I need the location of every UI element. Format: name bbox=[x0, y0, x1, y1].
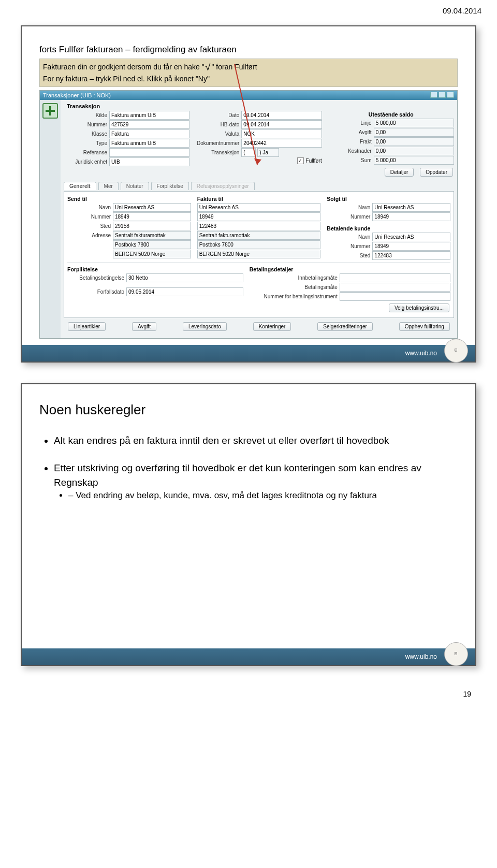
velg-betinstr-button[interactable]: Velg betalingsinstru... bbox=[389, 303, 449, 312]
sendtil-hdr: Send til bbox=[67, 196, 191, 202]
val-nummer[interactable]: 427529 bbox=[109, 120, 189, 129]
lbl-juridisk: Juridisk enhet bbox=[64, 159, 109, 165]
betkunde-sted[interactable]: 122483 bbox=[372, 251, 450, 260]
footer-url-2: www.uib.no bbox=[405, 653, 437, 660]
solgttil-nummer[interactable]: 18949 bbox=[372, 212, 450, 221]
fullfort-check[interactable]: ✓ Fullført bbox=[297, 157, 322, 164]
lbl-avgift: Avgift bbox=[328, 129, 374, 135]
slide-1: forts Fullfør fakturaen – ferdigmelding … bbox=[21, 25, 476, 363]
lbl-betmate: Betalingsmåte bbox=[250, 284, 340, 290]
val-kost: 0,00 bbox=[374, 147, 454, 155]
val-kilde[interactable]: Faktura annum UiB bbox=[109, 111, 189, 120]
check-icon: ✓ bbox=[297, 157, 304, 164]
val-type[interactable]: Faktura annum UiB bbox=[109, 139, 189, 148]
val-dato[interactable]: 09.04.2014 bbox=[241, 111, 321, 120]
btn-leveringsdato[interactable]: Leveringsdato bbox=[183, 322, 227, 331]
btn-opphev[interactable]: Opphev fullføring bbox=[399, 322, 450, 331]
tabs: Generelt Mer Notater Forpliktelse Refusj… bbox=[64, 182, 454, 190]
slide1-title: forts Fullfør fakturaen – ferdigmelding … bbox=[39, 41, 458, 55]
val-klasse[interactable]: Faktura bbox=[109, 129, 189, 138]
intro-band: Fakturaen din er godkjent dersom du får … bbox=[39, 59, 458, 87]
slide-footer-2: www.uib.no ⛨ bbox=[22, 648, 475, 665]
university-seal-icon: ⛨ bbox=[444, 339, 468, 363]
tab-panel: Send til NavnUni Research AS Nummer18949… bbox=[64, 191, 454, 318]
val-betinstr[interactable] bbox=[340, 292, 450, 301]
val-doknr[interactable]: 20402442 bbox=[241, 139, 321, 148]
val-innbet[interactable] bbox=[340, 273, 450, 282]
intro-line2: For ny faktura – trykk Pil ned el. Klikk… bbox=[43, 75, 210, 83]
app-title: Transaksjoner (UIB : NOK) bbox=[43, 92, 111, 98]
lbl-betinstr: Nummer for betalingsinstrument bbox=[250, 294, 340, 299]
val-forfall[interactable]: 09.05.2014 bbox=[126, 287, 243, 296]
tab-mer[interactable]: Mer bbox=[98, 182, 119, 190]
window-buttons[interactable] bbox=[429, 92, 454, 99]
tab-notater[interactable]: Notater bbox=[121, 182, 149, 190]
col-mid: Dato09.04.2014 HB-dato09.04.2014 ValutaN… bbox=[196, 110, 321, 179]
lbl-innbet: Innbetalingsmåte bbox=[250, 275, 340, 281]
fakturatil-navn[interactable]: Uni Research AS bbox=[197, 203, 321, 212]
checkmark-icon: √ bbox=[204, 62, 212, 73]
sendtil-adr3: BERGEN 5020 Norge bbox=[113, 250, 191, 258]
lbl-sum: Sum bbox=[328, 157, 374, 163]
fakturatil-sted[interactable]: 122483 bbox=[197, 222, 321, 230]
val-betbet[interactable]: 30 Netto bbox=[126, 273, 243, 282]
section-transaksjon: Transaksjon bbox=[67, 103, 454, 109]
page-date: 09.04.2014 bbox=[0, 0, 497, 15]
forplikt-hdr: Forpliktelse bbox=[67, 266, 243, 272]
lbl-dato: Dato bbox=[196, 112, 241, 118]
app-sidebar bbox=[40, 100, 61, 338]
fakturatil-adr2: Postboks 7800 bbox=[197, 240, 321, 249]
lbl-hbdato: HB-dato bbox=[196, 122, 241, 127]
tab-refusjon[interactable]: Refusjonsopplysninger bbox=[191, 182, 255, 190]
btn-linjeartikler[interactable]: Linjeartikler bbox=[68, 322, 106, 331]
val-juridisk[interactable]: UIB bbox=[109, 157, 189, 166]
fakturatil-adr3: BERGEN 5020 Norge bbox=[197, 250, 321, 258]
intro-line1a: Fakturaen din er godkjent dersom du får … bbox=[43, 63, 204, 71]
tab-generelt[interactable]: Generelt bbox=[64, 182, 96, 190]
val-avgift: 0,00 bbox=[374, 128, 454, 137]
btn-avgift[interactable]: Avgift bbox=[132, 322, 156, 331]
bullet-1: Alt kan endres på en faktura inntil den … bbox=[54, 433, 458, 448]
sendtil-adr2: Postboks 7800 bbox=[113, 240, 191, 249]
lbl-kost: Kostnader bbox=[328, 148, 374, 154]
detaljer-button[interactable]: Detaljer bbox=[385, 168, 414, 177]
sendtil-navn[interactable]: Uni Research AS bbox=[113, 203, 191, 212]
oppdater-button[interactable]: Oppdater bbox=[420, 168, 453, 177]
lbl-linje: Linje bbox=[328, 120, 374, 126]
val-betmate[interactable] bbox=[340, 283, 450, 292]
betdet-hdr: Betalingsdetaljer bbox=[250, 266, 450, 272]
sendtil-nummer[interactable]: 18949 bbox=[113, 212, 191, 221]
fakturatil-nummer[interactable]: 18949 bbox=[197, 212, 321, 221]
new-icon[interactable] bbox=[42, 103, 58, 119]
btn-konteringer[interactable]: Konteringer bbox=[253, 322, 291, 331]
university-seal-icon-2: ⛨ bbox=[444, 642, 468, 666]
bullets: Alt kan endres på en faktura inntil den … bbox=[39, 433, 458, 502]
sendtil-adr1: Sentralt fakturamottak bbox=[113, 231, 191, 240]
betkunde-hdr: Betalende kunde bbox=[327, 225, 450, 232]
lbl-type: Type bbox=[64, 140, 109, 146]
val-trans-ja: ) Ja bbox=[257, 148, 279, 157]
lbl-referanse: Referanse bbox=[64, 150, 109, 155]
betkunde-navn[interactable]: Uni Research AS bbox=[372, 233, 450, 241]
sendtil-sted[interactable]: 29158 bbox=[113, 222, 191, 230]
val-trans-open[interactable]: ( bbox=[241, 148, 256, 157]
val-hbdato[interactable]: 09.04.2014 bbox=[241, 120, 321, 129]
solgttil-navn[interactable]: Uni Research AS bbox=[372, 203, 450, 212]
lbl-klasse: Klasse bbox=[64, 131, 109, 137]
solgttil-hdr: Solgt til bbox=[327, 196, 450, 202]
col-left: KildeFaktura annum UiB Nummer427529 Klas… bbox=[64, 110, 189, 179]
val-frakt: 0,00 bbox=[374, 137, 454, 146]
lbl-frakt: Frakt bbox=[328, 139, 374, 144]
val-referanse[interactable] bbox=[109, 148, 189, 157]
lbl-nummer: Nummer bbox=[64, 122, 109, 127]
val-valuta[interactable]: NOK bbox=[241, 129, 321, 138]
slide1-title-text: forts Fullfør fakturaen – ferdigmelding … bbox=[39, 45, 237, 54]
val-linje: 5 000,00 bbox=[374, 119, 454, 127]
page-number: 19 bbox=[0, 687, 497, 708]
betkunde-nummer[interactable]: 18949 bbox=[372, 242, 450, 251]
btn-selgerkred[interactable]: Selgerkrediteringer bbox=[317, 322, 373, 331]
lbl-trans: Transaksjon bbox=[196, 150, 241, 155]
tab-forplikt[interactable]: Forpliktelse bbox=[151, 182, 189, 190]
intro-line1b: " foran Fullført bbox=[212, 63, 257, 71]
lbl-forfall: Forfallsdato bbox=[67, 289, 126, 295]
